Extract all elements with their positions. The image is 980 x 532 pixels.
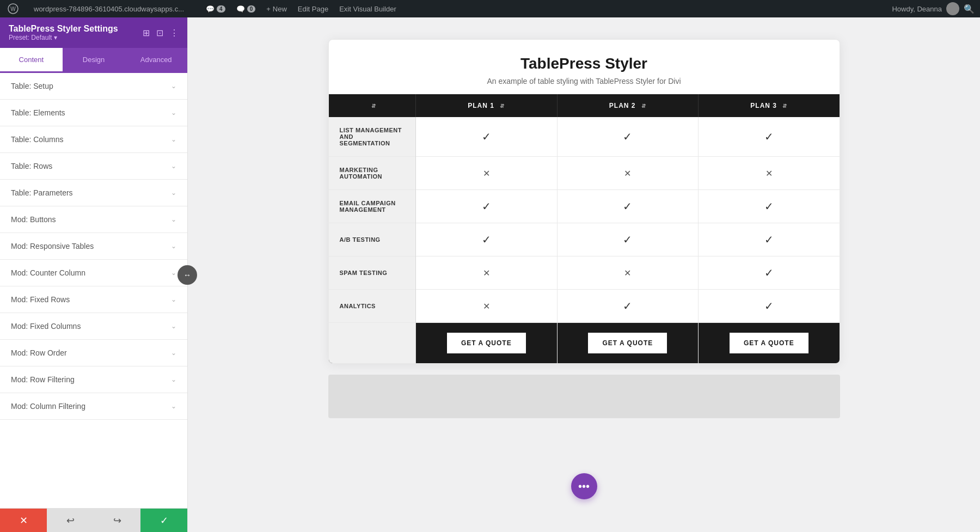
accordion-mod-column-filtering: Mod: Column Filtering ⌄ [0,393,187,420]
accordion-mod-counter-header[interactable]: Mod: Counter Column ⌄ [0,260,187,286]
tab-design[interactable]: Design [63,48,125,73]
admin-bar-right: Howdy, Deanna 🔍 [892,2,975,15]
bottom-image-strip [328,375,840,418]
accordion-mod-fixed-columns-label: Mod: Fixed Columns [11,322,81,331]
preset-label: Preset: Default [9,34,52,41]
fab-button[interactable]: ••• [571,473,597,499]
accordion-table-parameters-header[interactable]: Table: Parameters ⌄ [0,180,187,206]
checkmark-icon: ✓ [764,300,774,312]
comments-count: 4 [217,5,225,13]
table-row: ANALYTICS ✕ ✓ ✓ [329,290,840,323]
edit-page-button[interactable]: Edit Page [293,0,333,17]
checkmark-icon: ✓ [482,234,491,246]
get-quote-plan2-button[interactable]: GET A QUOTE [588,333,667,353]
x-icon: ✕ [765,169,773,178]
undo-button[interactable]: ↩ [47,509,94,532]
x-icon: ✕ [624,169,631,178]
get-quote-plan3-button[interactable]: GET A QUOTE [730,333,808,353]
panel-preset[interactable]: Preset: Default ▾ [9,34,118,41]
panel-header-icons: ⊞ ⊡ ⋮ [143,28,179,38]
panel-grid-icon[interactable]: ⊡ [156,28,163,38]
table-row: MARKETING AUTOMATION ✕ ✕ ✕ [329,157,840,190]
plan2-sort-icon[interactable]: ⇵ [641,103,646,109]
chevron-down-icon: ⌄ [171,269,176,277]
accordion-mod-fixed-columns-header[interactable]: Mod: Fixed Columns ⌄ [0,313,187,339]
accordion-mod-row-filtering-header[interactable]: Mod: Row Filtering ⌄ [0,366,187,393]
plan1-cell: ✕ [416,256,558,290]
chevron-down-icon: ⌄ [171,402,176,410]
accordion-mod-buttons-header[interactable]: Mod: Buttons ⌄ [0,206,187,233]
accordion-mod-row-filtering: Mod: Row Filtering ⌄ [0,366,187,393]
accordion-table-columns-header[interactable]: Table: Columns ⌄ [0,126,187,152]
tab-content[interactable]: Content [0,48,63,73]
accordion-table-setup-label: Table: Setup [11,82,53,90]
plan1-sort-icon[interactable]: ⇵ [500,103,505,109]
redo-button[interactable]: ↪ [94,509,140,532]
user-avatar[interactable] [946,2,959,15]
chevron-down-icon: ⌄ [171,109,176,117]
plan2-cell: ✓ [557,190,699,223]
accordion-table-setup-header[interactable]: Table: Setup ⌄ [0,73,187,99]
main-content: TablePress Styler An example of table st… [188,17,980,532]
get-quote-plan1-button[interactable]: GET A QUOTE [447,333,526,353]
cancel-button[interactable]: ✕ [0,509,47,532]
accordion-mod-row-filtering-label: Mod: Row Filtering [11,375,75,384]
table-main-title: TablePress Styler [346,55,822,72]
table-footer-row: GET A QUOTE GET A QUOTE GET A QUOTE [329,323,840,364]
pending-count: 0 [247,5,256,13]
accordion-mod-responsive-header[interactable]: Mod: Responsive Tables ⌄ [0,233,187,259]
new-button[interactable]: + New [262,0,291,17]
feature-cell: ANALYTICS [329,290,416,323]
accordion-table-rows-header[interactable]: Table: Rows ⌄ [0,153,187,179]
panel-resize-handle[interactable]: ↔ [177,265,197,285]
site-url[interactable]: wordpress-784896-3610405.cloudwaysapps.c… [29,0,188,17]
table-subtitle: An example of table styling with TablePr… [346,77,822,85]
save-button[interactable]: ✓ [140,509,187,532]
col-header-feature: ⇵ [329,94,416,117]
tab-design-label: Design [83,56,105,64]
checkmark-icon: ✓ [482,200,491,212]
edit-page-label: Edit Page [298,5,328,13]
feature-cell: SPAM TESTING [329,256,416,290]
admin-bar: W wordpress-784896-3610405.cloudwaysapps… [0,0,980,17]
checkmark-icon: ✓ [623,234,632,246]
table-card: TablePress Styler An example of table st… [328,39,840,364]
pending-comments-button[interactable]: 🗨️ 0 [232,0,260,17]
accordion-mod-column-filtering-label: Mod: Column Filtering [11,402,85,411]
checkmark-icon: ✓ [764,131,774,143]
redo-icon: ↪ [113,515,121,527]
exit-builder-button[interactable]: Exit Visual Builder [335,0,401,17]
x-icon: ✕ [624,268,631,278]
svg-text:W: W [10,6,16,12]
plan3-sort-icon[interactable]: ⇵ [782,103,787,109]
panel-more-icon[interactable]: ⋮ [170,28,179,38]
chevron-down-icon: ⌄ [171,162,176,170]
accordion-mod-row-order-label: Mod: Row Order [11,348,67,357]
wp-logo-icon[interactable]: W [5,1,21,16]
accordion-mod-row-order-header[interactable]: Mod: Row Order ⌄ [0,340,187,366]
chevron-down-icon: ⌄ [171,376,176,383]
tab-advanced[interactable]: Advanced [125,48,187,73]
x-icon: ✕ [483,169,490,178]
fab-dots-icon: ••• [578,480,590,493]
accordion-mod-column-filtering-header[interactable]: Mod: Column Filtering ⌄ [0,393,187,419]
accordion-mod-fixed-rows-label: Mod: Fixed Rows [11,295,70,304]
plan2-cell: ✕ [557,256,699,290]
accordion-table-elements-header[interactable]: Table: Elements ⌄ [0,100,187,126]
feature-cell: LIST MANAGEMENT AND SEGMENTATION [329,117,416,157]
accordion-mod-counter-label: Mod: Counter Column [11,268,85,277]
panel-copy-icon[interactable]: ⊞ [143,28,150,38]
admin-search-icon[interactable]: 🔍 [964,4,975,14]
accordion-mod-buttons: Mod: Buttons ⌄ [0,206,187,233]
accordion-mod-responsive: Mod: Responsive Tables ⌄ [0,233,187,260]
accordion-mod-fixed-rows-header[interactable]: Mod: Fixed Rows ⌄ [0,286,187,313]
accordion-mod-row-order: Mod: Row Order ⌄ [0,340,187,366]
sort-icon[interactable]: ⇵ [371,103,376,109]
x-icon: ✕ [483,302,490,311]
chevron-down-icon: ⌄ [171,322,176,330]
plan3-cell: ✓ [699,223,840,256]
panel-title: TablePress Styler Settings [9,24,118,34]
accordion-mod-fixed-columns: Mod: Fixed Columns ⌄ [0,313,187,340]
plan3-label: PLAN 3 [750,102,777,109]
comments-button[interactable]: 💬 4 [201,0,230,17]
